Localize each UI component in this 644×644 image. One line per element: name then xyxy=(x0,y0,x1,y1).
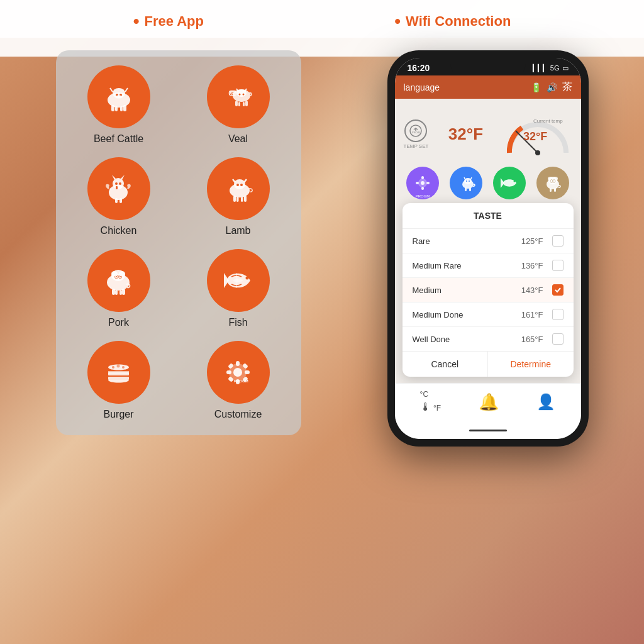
svg-rect-13 xyxy=(235,101,238,106)
svg-point-82 xyxy=(514,180,516,182)
goat-button[interactable] xyxy=(450,167,482,199)
medium-checkbox[interactable] xyxy=(552,284,564,296)
taste-popup: TASTE Rare 125°F Medium Rare xyxy=(402,203,574,377)
svg-rect-81 xyxy=(469,187,471,191)
home-indicator-bar xyxy=(395,421,581,439)
settings-button[interactable]: PROGM xyxy=(406,167,439,199)
svg-point-87 xyxy=(550,180,553,183)
svg-point-54 xyxy=(233,368,242,377)
svg-rect-55 xyxy=(236,361,240,366)
svg-rect-15 xyxy=(238,102,240,106)
taste-row-rare[interactable]: Rare 125°F xyxy=(402,229,574,253)
rare-label: Rare xyxy=(413,236,430,246)
phone-outer: 16:20 ▎▎▎ 5G ▭ language 🔋 🔊 茶 xyxy=(387,50,589,447)
wifi-title: Wifi Connection xyxy=(406,13,511,30)
svg-point-29 xyxy=(240,184,243,186)
svg-point-46 xyxy=(246,276,249,279)
beef-cattle-icon[interactable] xyxy=(87,65,150,128)
pig-button[interactable] xyxy=(536,167,569,199)
bullet-right: • xyxy=(394,11,401,31)
fish-app-button[interactable] xyxy=(493,167,526,199)
signal-bars: ▎▎▎ xyxy=(533,64,548,72)
list-item[interactable]: Pork xyxy=(69,249,169,328)
cancel-button[interactable]: Cancel xyxy=(402,352,489,377)
lamb-icon[interactable] xyxy=(207,157,270,220)
fish-icon[interactable] xyxy=(207,249,270,312)
svg-point-41 xyxy=(119,271,125,276)
svg-point-8 xyxy=(115,95,123,99)
svg-rect-73 xyxy=(421,187,424,190)
temp-set-label: TEMP SET xyxy=(404,143,429,149)
bell-icon: 🔔 xyxy=(479,392,499,411)
list-item[interactable]: VEAL Veal xyxy=(188,65,289,145)
medium-done-temp: 161°F xyxy=(521,310,543,319)
taste-row-medium-done[interactable]: Medium Done 161°F xyxy=(402,303,574,327)
rare-temp: 125°F xyxy=(521,236,543,246)
svg-rect-75 xyxy=(426,182,430,184)
medium-rare-label: Medium Rare xyxy=(413,261,462,270)
list-item[interactable]: PROGM Customize xyxy=(188,341,289,420)
svg-rect-4 xyxy=(115,106,118,111)
taste-row-medium[interactable]: Medium 143°F xyxy=(402,278,574,303)
svg-point-88 xyxy=(553,180,555,183)
svg-rect-33 xyxy=(241,197,243,202)
list-item[interactable]: Chicken xyxy=(69,157,169,236)
temperature-display: 32°F xyxy=(448,125,483,144)
svg-rect-25 xyxy=(119,198,122,203)
temp-unit-tab[interactable]: °C 🌡 °F xyxy=(420,390,441,414)
free-app-title: Free App xyxy=(144,13,204,30)
svg-rect-48 xyxy=(108,371,129,374)
svg-rect-5 xyxy=(120,106,123,111)
free-app-header: • Free App xyxy=(133,11,204,31)
svg-rect-90 xyxy=(554,188,556,192)
svg-rect-43 xyxy=(122,289,125,295)
phone-wrapper: 16:20 ▎▎▎ 5G ▭ language 🔋 🔊 茶 xyxy=(387,50,589,447)
medium-rare-temp: 136°F xyxy=(521,261,543,270)
svg-point-67 xyxy=(535,150,540,155)
app-main-content: PROBE TEMP SET 32°F xyxy=(395,99,581,383)
animal-button-row: PROGM xyxy=(401,163,575,203)
svg-point-40 xyxy=(111,271,118,276)
battery-icon: ▭ xyxy=(562,64,569,72)
home-indicator xyxy=(469,430,507,431)
chicken-icon[interactable] xyxy=(87,157,150,220)
rare-checkbox[interactable] xyxy=(552,235,564,247)
svg-rect-32 xyxy=(236,197,239,202)
determine-button[interactable]: Determine xyxy=(488,352,574,377)
svg-point-22 xyxy=(115,182,118,185)
well-done-checkbox[interactable] xyxy=(552,333,564,345)
customize-icon[interactable]: PROGM xyxy=(207,341,270,404)
bell-tab[interactable]: 🔔 xyxy=(479,392,499,412)
well-done-label: Well Done xyxy=(413,335,450,344)
list-item[interactable]: Fish xyxy=(188,249,289,328)
svg-text:32°F: 32°F xyxy=(523,130,547,143)
pork-icon[interactable] xyxy=(87,249,150,312)
svg-point-50 xyxy=(112,366,114,369)
status-icons: ▎▎▎ 5G ▭ xyxy=(533,64,569,72)
medium-done-checkbox[interactable] xyxy=(552,309,564,320)
svg-rect-44 xyxy=(115,290,118,295)
svg-text:PROBE: PROBE xyxy=(412,131,421,134)
list-item[interactable]: Lamb xyxy=(188,157,289,236)
probe-section: PROBE TEMP SET xyxy=(404,119,429,149)
list-item[interactable]: Burger xyxy=(69,341,169,420)
list-item[interactable]: Beef Cattle xyxy=(69,65,169,145)
burger-icon[interactable] xyxy=(87,341,150,404)
svg-text:PROGM: PROGM xyxy=(234,379,248,383)
header-row: • Free App • Wifi Connection xyxy=(0,0,644,38)
svg-point-17 xyxy=(239,93,241,95)
taste-row-medium-rare[interactable]: Medium Rare 136°F xyxy=(402,253,574,278)
taste-header: TASTE xyxy=(402,203,574,229)
svg-point-27 xyxy=(234,179,245,189)
svg-rect-3 xyxy=(123,105,126,111)
lamb-label: Lamb xyxy=(225,225,250,236)
svg-point-71 xyxy=(421,181,425,185)
taste-row-well-done[interactable]: Well Done 165°F xyxy=(402,327,574,351)
medium-rare-checkbox[interactable] xyxy=(552,260,564,271)
veal-icon[interactable]: VEAL xyxy=(207,65,270,128)
temp-section: PROBE TEMP SET 32°F xyxy=(401,105,575,163)
support-tab[interactable]: 👤 xyxy=(536,393,555,411)
content-row: Beef Cattle VEAL xyxy=(0,38,644,644)
svg-rect-57 xyxy=(226,370,231,374)
support-icon: 👤 xyxy=(536,393,555,410)
